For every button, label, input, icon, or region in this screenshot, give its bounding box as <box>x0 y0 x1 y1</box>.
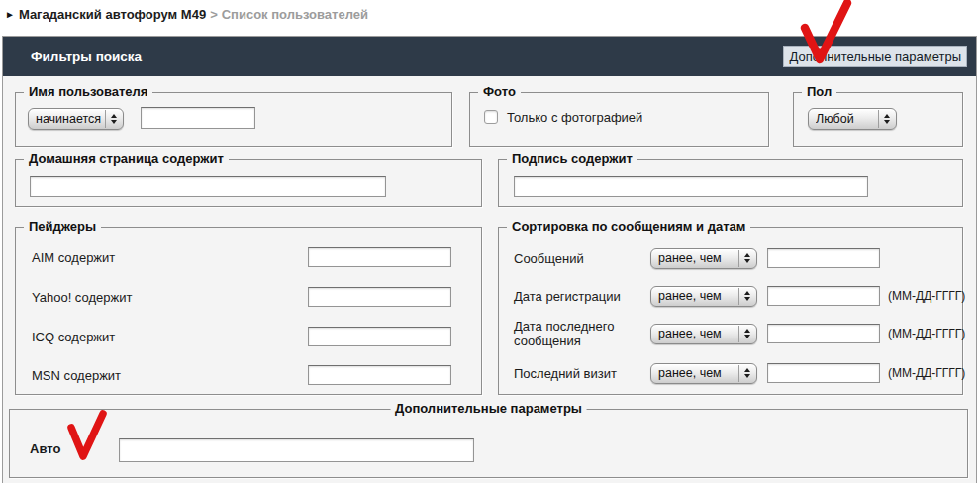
sort-row-regdate: Дата регистрации ранее, чем (ММ-ДД-ГГГГ) <box>514 285 956 307</box>
regdate-compare-select[interactable]: ранее, чем <box>650 286 757 307</box>
select-arrows-icon <box>738 326 755 342</box>
homepage-input[interactable] <box>30 176 386 197</box>
yahoo-input[interactable] <box>308 287 451 307</box>
fieldset-sorting: Сортировка по сообщениям и датам Сообщен… <box>498 227 963 395</box>
fieldset-photo-legend: Фото <box>478 84 521 99</box>
pager-label: AIM содержит <box>32 250 115 265</box>
select-arrows-icon <box>105 110 122 128</box>
username-match-select[interactable]: начинается с <box>28 108 124 130</box>
pager-row-yahoo: Yahoo! содержит <box>32 286 451 308</box>
sort-label: Последний визит <box>514 366 650 381</box>
panel-header: Фильтры поиска Дополнительные параметры <box>3 37 976 76</box>
breadcrumb-current-page: Список пользователей <box>222 7 368 22</box>
regdate-input[interactable] <box>767 286 880 306</box>
fieldset-homepage: Домашняя страница содержит <box>15 159 482 207</box>
advanced-params-button[interactable]: Дополнительные параметры <box>783 46 967 67</box>
search-filters-panel: Фильтры поиска Дополнительные параметры … <box>2 36 977 483</box>
posts-compare-select-value: ранее, чем <box>658 251 722 265</box>
pager-label: MSN содержит <box>32 368 121 383</box>
fieldset-pagers-legend: Пейджеры <box>24 219 101 234</box>
select-arrows-icon <box>878 110 895 128</box>
fieldset-gender-legend: Пол <box>802 84 836 99</box>
sort-row-lastvisit: Последний визит ранее, чем (ММ-ДД-ГГГГ) <box>514 362 956 384</box>
username-match-select-value: начинается с <box>36 112 101 126</box>
select-arrows-icon <box>738 365 755 382</box>
gender-select-value: Любой <box>816 112 854 126</box>
select-arrows-icon <box>738 288 755 305</box>
breadcrumb-forum-link[interactable]: Магаданский автофорум М49 <box>19 7 206 22</box>
auto-input[interactable] <box>119 438 474 462</box>
pager-row-msn: MSN содержит <box>32 364 451 386</box>
fieldset-additional-legend: Дополнительные параметры <box>390 401 587 416</box>
fieldset-homepage-legend: Домашняя страница содержит <box>24 151 229 166</box>
breadcrumb: ►Магаданский автофорум М49>Список пользо… <box>5 7 368 22</box>
breadcrumb-arrow-icon: ► <box>5 9 15 20</box>
fieldset-sorting-legend: Сортировка по сообщениям и датам <box>507 219 750 234</box>
pager-row-aim: AIM содержит <box>32 246 451 268</box>
fieldset-signature-legend: Подпись содержит <box>507 151 637 166</box>
date-format-hint: (ММ-ДД-ГГГГ) <box>888 366 965 380</box>
breadcrumb-separator: > <box>210 7 218 22</box>
posts-compare-select[interactable]: ранее, чем <box>650 248 757 269</box>
date-format-hint: (ММ-ДД-ГГГГ) <box>888 327 965 340</box>
auto-label: Авто <box>30 441 60 456</box>
select-arrows-icon <box>738 250 755 267</box>
pager-label: ICQ содержит <box>32 330 115 344</box>
lastvisit-compare-select[interactable]: ранее, чем <box>650 363 757 384</box>
regdate-compare-select-value: ранее, чем <box>658 289 722 303</box>
fieldset-photo: Фото Только с фотографией <box>469 92 769 147</box>
aim-input[interactable] <box>308 247 451 267</box>
fieldset-pagers: Пейджеры AIM содержит Yahoo! содержит IC… <box>15 227 482 395</box>
signature-input[interactable] <box>514 176 868 197</box>
gender-select[interactable]: Любой <box>808 108 897 130</box>
fieldset-username-legend: Имя пользователя <box>24 84 152 99</box>
sort-label: Сообщений <box>514 251 650 266</box>
sort-row-posts: Сообщений ранее, чем <box>514 247 956 269</box>
posts-input[interactable] <box>767 248 880 268</box>
fieldset-signature: Подпись содержит <box>498 159 963 207</box>
lastvisit-input[interactable] <box>767 363 880 383</box>
photo-only-label: Только с фотографией <box>507 110 642 125</box>
lastpost-compare-select[interactable]: ранее, чем <box>650 324 757 344</box>
lastpost-compare-select-value: ранее, чем <box>658 327 722 340</box>
photo-only-checkbox[interactable] <box>484 110 498 124</box>
page: ►Магаданский автофорум М49>Список пользо… <box>0 0 980 483</box>
sort-label: Дата последнего сообщения <box>514 319 650 348</box>
fieldset-username: Имя пользователя начинается с <box>15 92 452 147</box>
fieldset-gender: Пол Любой <box>793 92 963 147</box>
msn-input[interactable] <box>308 365 451 385</box>
fieldset-additional: Дополнительные параметры Авто <box>9 409 968 478</box>
pager-row-icq: ICQ содержит <box>32 326 451 347</box>
sort-row-lastpost: Дата последнего сообщения ранее, чем (ММ… <box>514 323 956 344</box>
sort-label: Дата регистрации <box>514 289 650 304</box>
icq-input[interactable] <box>308 327 451 346</box>
lastvisit-compare-select-value: ранее, чем <box>658 366 722 380</box>
panel-title: Фильтры поиска <box>31 49 142 64</box>
pager-label: Yahoo! содержит <box>32 290 132 305</box>
date-format-hint: (ММ-ДД-ГГГГ) <box>888 289 965 303</box>
lastpost-input[interactable] <box>767 324 880 343</box>
username-input[interactable] <box>141 107 255 129</box>
